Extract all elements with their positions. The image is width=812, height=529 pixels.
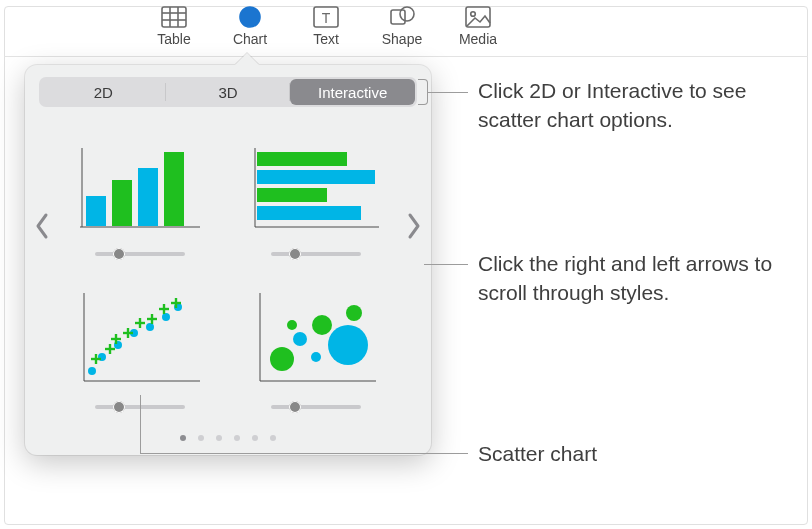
tab-interactive[interactable]: Interactive	[290, 79, 415, 105]
pie-chart-icon	[235, 4, 265, 30]
page-indicator[interactable]	[25, 435, 431, 441]
page-dot[interactable]	[270, 435, 276, 441]
toolbar: Table Chart T Text Shape Media	[150, 4, 502, 47]
svg-point-52	[293, 332, 307, 346]
svg-point-53	[287, 320, 297, 330]
page-dot[interactable]	[216, 435, 222, 441]
chart-thumb-vertical-bar[interactable]	[65, 131, 215, 264]
shape-icon	[387, 4, 417, 30]
svg-point-51	[270, 347, 294, 371]
svg-rect-19	[257, 170, 375, 184]
annotation-scatter: Scatter chart	[478, 440, 597, 469]
chart-thumb-bubble[interactable]	[241, 284, 391, 417]
bracket-tabs	[418, 79, 428, 105]
annotation-tabs: Click 2D or Interactive to see scatter c…	[478, 77, 788, 135]
svg-point-55	[312, 315, 332, 335]
svg-rect-20	[257, 188, 327, 202]
toolbar-item-label: Table	[157, 31, 190, 47]
toolbar-item-shape[interactable]: Shape	[378, 4, 426, 47]
tab-3d[interactable]: 3D	[166, 79, 291, 105]
thumb-slider[interactable]	[95, 247, 185, 259]
tab-2d[interactable]: 2D	[41, 79, 166, 105]
leader-line	[140, 453, 468, 454]
chart-thumbnails-grid	[65, 131, 391, 417]
svg-rect-13	[112, 180, 132, 226]
svg-point-30	[146, 323, 154, 331]
svg-rect-0	[162, 7, 186, 27]
toolbar-item-text[interactable]: T Text	[302, 4, 350, 47]
toolbar-separator	[4, 56, 808, 57]
toolbar-item-media[interactable]: Media	[454, 4, 502, 47]
page-dot[interactable]	[198, 435, 204, 441]
toolbar-item-label: Shape	[382, 31, 422, 47]
leader-line	[140, 395, 141, 453]
page-dot[interactable]	[180, 435, 186, 441]
svg-point-31	[162, 313, 170, 321]
media-icon	[463, 4, 493, 30]
prev-page-arrow[interactable]	[29, 206, 55, 246]
chart-picker-popover: 2D 3D Interactive	[25, 65, 431, 455]
page-dot[interactable]	[234, 435, 240, 441]
table-icon	[159, 4, 189, 30]
page-dot[interactable]	[252, 435, 258, 441]
svg-rect-15	[164, 152, 184, 226]
toolbar-item-chart[interactable]: Chart	[226, 4, 274, 47]
toolbar-item-label: Text	[313, 31, 339, 47]
leader-line	[424, 264, 468, 265]
svg-text:T: T	[322, 10, 331, 26]
toolbar-item-label: Chart	[233, 31, 267, 47]
thumb-slider[interactable]	[271, 400, 361, 412]
svg-rect-21	[257, 206, 361, 220]
toolbar-item-label: Media	[459, 31, 497, 47]
svg-rect-12	[86, 196, 106, 226]
text-icon: T	[311, 4, 341, 30]
thumb-slider[interactable]	[271, 247, 361, 259]
leader-line	[428, 92, 468, 93]
svg-point-11	[471, 12, 476, 17]
next-page-arrow[interactable]	[401, 206, 427, 246]
chart-category-tabs: 2D 3D Interactive	[39, 77, 417, 107]
svg-rect-18	[257, 152, 347, 166]
svg-rect-14	[138, 168, 158, 226]
svg-point-56	[328, 325, 368, 365]
toolbar-item-table[interactable]: Table	[150, 4, 198, 47]
chart-thumb-horizontal-bar[interactable]	[241, 131, 391, 264]
svg-point-57	[346, 305, 362, 321]
svg-point-54	[311, 352, 321, 362]
svg-point-26	[88, 367, 96, 375]
svg-rect-8	[391, 10, 405, 24]
svg-point-9	[400, 7, 414, 21]
annotation-arrows: Click the right and left arrows to scrol…	[478, 250, 778, 308]
